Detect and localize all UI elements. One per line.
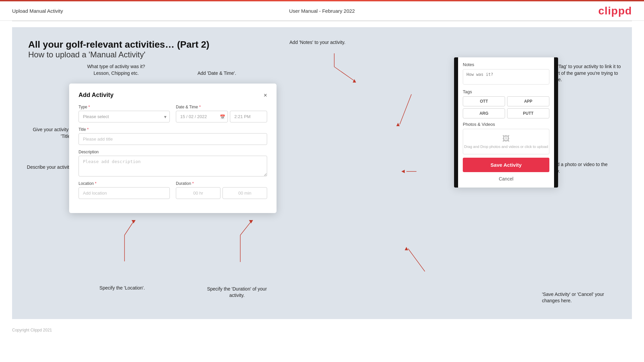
description-label: Description — [79, 150, 267, 154]
tags-grid: OTT APP ARG PUTT — [463, 96, 549, 118]
duration-group: Duration * — [176, 181, 267, 199]
duration-hr-input[interactable] — [176, 187, 220, 199]
upload-area[interactable]: 🖼 Drag and Drop photos and videos or cli… — [463, 129, 549, 154]
phone-inner: Notes Tags OTT APP ARG PUTT Photos & Vid… — [458, 57, 554, 188]
modal-header: Add Activity × — [79, 92, 267, 99]
ann-duration: Specify the 'Duration' of your activity. — [200, 286, 274, 299]
manual-title: User Manual - February 2022 — [289, 8, 355, 14]
type-select-wrapper: Please select ▾ — [79, 111, 170, 122]
svg-line-9 — [400, 94, 411, 124]
modal-close-button[interactable]: × — [263, 92, 267, 98]
location-label: Location * — [79, 181, 170, 186]
ann-date-time: Add 'Date & Time'. — [187, 70, 247, 77]
svg-marker-22 — [249, 220, 253, 223]
phone-left-bar — [454, 57, 458, 188]
add-activity-modal: Add Activity × Type * Please select ▾ — [69, 84, 277, 213]
ann-activity-type: What type of activity was it? Lesson, Ch… — [79, 63, 153, 76]
upload-text: Drag and Drop photos and videos or click… — [464, 145, 548, 149]
svg-marker-19 — [132, 220, 136, 223]
top-accent — [0, 0, 644, 1]
svg-line-7 — [334, 67, 354, 81]
copyright: Copyright Clippd 2021 — [12, 328, 52, 332]
description-textarea[interactable] — [79, 156, 267, 176]
type-select[interactable]: Please select — [79, 111, 170, 122]
type-datetime-row: Type * Please select ▾ Date & Time * — [79, 105, 267, 122]
top-bar: Upload Manual Activity User Manual - Feb… — [0, 0, 644, 21]
notes-textarea[interactable] — [463, 69, 549, 85]
modal-title: Add Activity — [79, 92, 113, 99]
title-group: Title * — [79, 127, 267, 145]
time-wrapper — [230, 111, 267, 122]
tag-ott[interactable]: OTT — [463, 96, 505, 106]
title-label: Title * — [79, 127, 267, 132]
notes-label: Notes — [463, 62, 549, 67]
date-time-inputs: 📅 — [176, 111, 267, 122]
tag-arg[interactable]: ARG — [463, 108, 505, 118]
svg-marker-24 — [405, 247, 408, 250]
upload-icon: 🖼 — [502, 135, 510, 143]
title-input[interactable] — [79, 133, 267, 145]
cancel-button[interactable]: Cancel — [463, 175, 549, 183]
time-input[interactable] — [230, 111, 267, 122]
tags-label: Tags — [463, 89, 549, 94]
duration-inputs — [176, 187, 267, 199]
datetime-group: Date & Time * 📅 — [176, 105, 267, 122]
ann-title: Give your activity a 'Title'. — [22, 126, 72, 140]
main-content: All your golf-relevant activities… (Part… — [12, 27, 632, 319]
svg-marker-10 — [396, 123, 400, 126]
phone-panel: Notes Tags OTT APP ARG PUTT Photos & Vid… — [454, 57, 558, 188]
ann-location: Specify the 'Location'. — [89, 285, 156, 292]
ann-notes: Add 'Notes' to your activity. — [281, 39, 354, 46]
description-group: Description — [79, 150, 267, 176]
svg-marker-16 — [401, 170, 405, 173]
date-wrapper: 📅 — [176, 111, 228, 122]
ann-save-cancel: 'Save Activity' or 'Cancel' your changes… — [542, 291, 623, 304]
location-input[interactable] — [79, 187, 170, 199]
type-label: Type * — [79, 105, 170, 109]
footer: Copyright Clippd 2021 — [0, 325, 644, 335]
tag-app[interactable]: APP — [507, 96, 549, 106]
ann-description: Describe your activity. — [22, 164, 72, 171]
save-activity-button[interactable]: Save Activity — [463, 158, 549, 172]
phone-right-bar — [554, 57, 558, 188]
divider — [12, 21, 632, 21]
svg-marker-8 — [353, 79, 356, 83]
svg-line-18 — [125, 222, 133, 235]
tag-putt[interactable]: PUTT — [507, 108, 549, 118]
svg-line-23 — [408, 249, 425, 271]
svg-line-21 — [240, 222, 250, 235]
duration-min-input[interactable] — [222, 187, 267, 199]
logo: clippd — [598, 5, 632, 17]
type-group: Type * Please select ▾ — [79, 105, 170, 122]
location-duration-row: Location * Duration * — [79, 181, 267, 199]
photos-label: Photos & Videos — [463, 122, 549, 127]
calendar-icon: 📅 — [220, 114, 225, 119]
location-group: Location * — [79, 181, 170, 199]
page-label: Upload Manual Activity — [12, 8, 63, 14]
datetime-label: Date & Time * — [176, 105, 267, 109]
duration-label: Duration * — [176, 181, 267, 186]
